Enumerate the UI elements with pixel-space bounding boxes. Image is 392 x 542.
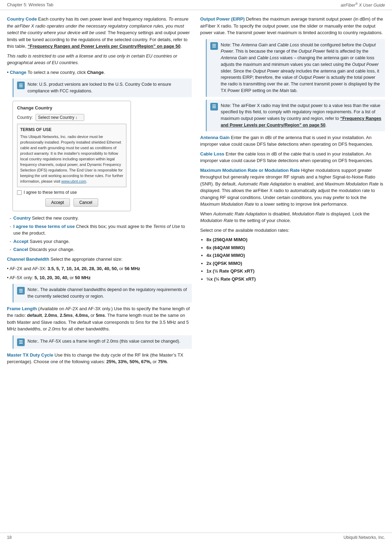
modulation-rate-6x: 6x (64QAM MIMO) xyxy=(206,244,385,251)
terms-heading: TERMS OF USE xyxy=(20,127,123,133)
page-number: 18 xyxy=(7,535,11,540)
antenna-gain-heading: Antenna Gain xyxy=(200,135,230,140)
note-icon-3: ☰ xyxy=(17,338,25,346)
frame-length-paragraph: Frame Length (Available on AF-2X and AF-… xyxy=(7,305,192,333)
country-select[interactable]: Select new Country ↕ xyxy=(36,114,84,121)
country-code-heading: Country Code xyxy=(7,16,37,22)
modulation-rate-8x: 8x (256QAM MIMO) xyxy=(206,236,385,243)
left-column: Country Code Each country has its own po… xyxy=(7,16,192,368)
dialog-title: Change Country xyxy=(17,105,126,110)
terms-link[interactable]: www.ubnt.com xyxy=(61,179,86,183)
cancel-button[interactable]: Cancel xyxy=(73,198,98,207)
note-icon-1: ☰ xyxy=(17,82,25,89)
note-box-2: ☰ Note:. The available channel bandwidth… xyxy=(13,284,192,303)
country-label: Country: xyxy=(17,115,33,120)
terms-box: TERMS OF USE This Ubiquiti Networks, Inc… xyxy=(17,124,126,188)
max-mod-paragraph: Maximum Modulation Rate or Modulation Ra… xyxy=(200,167,385,208)
sub-cancel: - Cancel Discards your change. xyxy=(10,246,192,253)
company-name: Ubiquiti Networks, Inc. xyxy=(344,535,385,540)
accept-button[interactable]: Accept xyxy=(45,198,70,207)
page-header: Chapter 5: Wireless Tab airFiber® X User… xyxy=(0,0,392,10)
cable-loss-paragraph: Cable Loss Enter the cable loss in dB of… xyxy=(200,151,385,164)
change-bullet-item: • Change To select a new country, click … xyxy=(7,69,192,76)
note-box-1: ☰ Note: U.S. product versions are locked… xyxy=(13,78,192,97)
sub-country: - Country Select the new country. xyxy=(10,215,192,222)
modulation-rate-4x: 4x (16QAM MIMO) xyxy=(206,252,385,259)
antenna-gain-paragraph: Antenna Gain Enter the gain in dBi of th… xyxy=(200,134,385,148)
agree-checkbox-row: I agree to these terms of use xyxy=(17,190,126,195)
max-mod-heading: Maximum Modulation Rate or Modulation Ra… xyxy=(200,168,300,173)
dialog-country-row: Country: Select new Country ↕ xyxy=(17,114,126,121)
content-area: Country Code Each country has its own po… xyxy=(0,10,392,374)
master-tx-heading: Master TX Duty Cycle xyxy=(7,352,53,358)
chapter-title: Chapter 5: Wireless Tab xyxy=(7,2,53,7)
note-text-3: Note:. The AF-5X uses a frame length of … xyxy=(28,338,180,345)
cable-loss-heading: Cable Loss xyxy=(200,151,224,157)
note-icon-5: ☰ xyxy=(210,103,218,110)
page-footer: 18 Ubiquiti Networks, Inc. xyxy=(0,533,392,542)
note-text-2: Note:. The available channel bandwidths … xyxy=(28,287,188,300)
channel-bw-paragraph: Channel Bandwidth Select the appropriate… xyxy=(7,256,192,263)
modulation-rates-list: 8x (256QAM MIMO) 6x (64QAM MIMO) 4x (16Q… xyxy=(206,236,385,282)
output-power-heading: Output Power (EIRP) xyxy=(200,16,245,22)
modulation-rate-quarter: ¼x (¼ Rate QPSK xRT) xyxy=(206,276,385,283)
note-box-3: ☰ Note:. The AF-5X uses a frame length o… xyxy=(13,335,192,349)
note-icon-2: ☰ xyxy=(17,287,25,295)
right-column: Output Power (EIRP) Defines the maximum … xyxy=(200,16,385,368)
sub-accept: - Accept Saves your change. xyxy=(10,238,192,245)
note-box-5: ☰ Note: The airFiber X radio may limit t… xyxy=(206,100,385,131)
channel-bw-bullet-2: • AF-5X only: 5, 10, 20, 30, 40, or 50 M… xyxy=(7,274,192,281)
note-icon-4: ☰ xyxy=(210,42,218,50)
modulation-rate-2x: 2x (QPSK MIMO) xyxy=(206,260,385,267)
frame-length-heading: Frame Length xyxy=(7,306,37,311)
frequency-ranges-link-1[interactable]: “Frequency Ranges and Power Levels per C… xyxy=(28,44,180,49)
restricted-notice: This radio is restricted to use with a l… xyxy=(7,53,192,66)
guide-title: airFiber® X User Guide xyxy=(340,2,385,8)
note-text-1: Note: U.S. product versions are locked t… xyxy=(28,81,188,94)
agree-checkbox[interactable] xyxy=(17,190,22,195)
channel-bw-heading: Channel Bandwidth xyxy=(7,257,49,262)
country-code-paragraph: Country Code Each country has its own po… xyxy=(7,16,192,50)
note-box-4: ☰ Note: The Antenna Gain and Cable Loss … xyxy=(206,39,385,97)
agree-label: I agree to these terms of use xyxy=(24,190,77,195)
note-text-5: Note: The airFiber X radio may limit the… xyxy=(221,102,382,129)
auto-rate-paragraph: When Automatic Rate Adaptation is disabl… xyxy=(200,211,385,224)
sub-agree: - I agree to these terms of use Check th… xyxy=(10,223,192,237)
select-modulation-text: Select one of the available modulation r… xyxy=(200,227,385,234)
select-arrow-icon: ↕ xyxy=(76,116,77,120)
change-country-dialog: Change Country Country: Select new Count… xyxy=(13,101,131,212)
channel-bw-bullet-1: • AF-2X and AF-3X: 3.5, 5, 7, 10, 14, 20… xyxy=(7,265,192,272)
master-tx-paragraph: Master TX Duty Cycle Use this to change … xyxy=(7,352,192,365)
dialog-buttons: Accept Cancel xyxy=(17,198,126,207)
modulation-rate-1x: 1x (½ Rate QPSK xRT) xyxy=(206,268,385,275)
output-power-paragraph: Output Power (EIRP) Defines the maximum … xyxy=(200,16,385,36)
note-text-4: Note: The Antenna Gain and Cable Loss sh… xyxy=(221,42,382,94)
dialog-sub-list: - Country Select the new country. - I ag… xyxy=(10,215,192,253)
